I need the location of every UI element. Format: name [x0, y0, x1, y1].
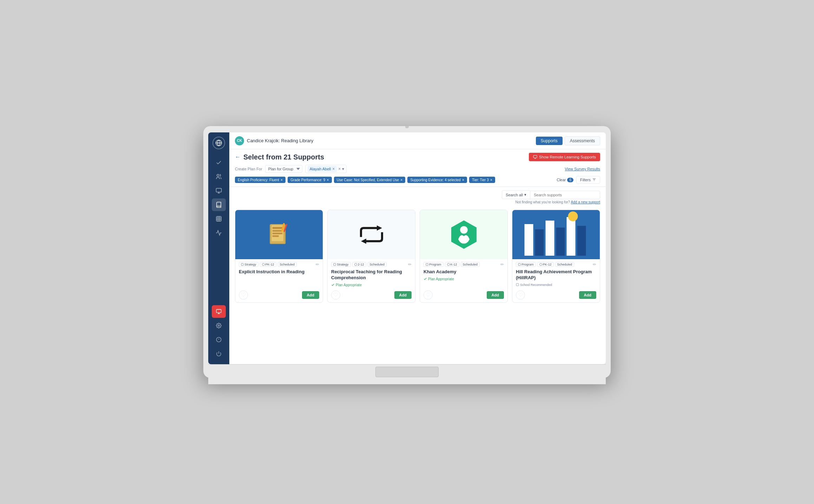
sidebar-item-building[interactable]: [212, 212, 226, 225]
card-1-favorite[interactable]: ♡: [239, 290, 248, 300]
sidebar-item-alert[interactable]: [212, 305, 226, 318]
create-plan-row: Create Plan For Plan for Group Alayah Ab…: [235, 165, 347, 173]
card-4-body: Program PK-12 Scheduled ✏: [512, 259, 600, 302]
card-2-tag-grade: 2-12: [352, 262, 366, 267]
card-2-tag-scheduled: Scheduled: [368, 262, 387, 267]
card-4-tag-scheduled: Scheduled: [555, 262, 575, 267]
tab-supports[interactable]: Supports: [536, 137, 563, 145]
card-3-image: [420, 210, 507, 259]
card-1-body: Strategy PK-12 Scheduled ✏: [235, 259, 323, 302]
filter-chip-english[interactable]: English Proficiency: Fluent ×: [235, 177, 285, 183]
card-3-tag-scheduled: Scheduled: [461, 262, 480, 267]
svg-point-24: [262, 263, 264, 266]
clear-filters-button[interactable]: Clear 6: [557, 178, 573, 182]
sidebar-item-circle[interactable]: [212, 333, 226, 346]
card-3-favorite[interactable]: ♡: [424, 290, 433, 300]
card-2-favorite[interactable]: ♡: [331, 290, 340, 300]
svg-point-5: [218, 325, 219, 326]
sidebar-bottom: [212, 305, 226, 364]
filter-chip-grade[interactable]: Grade Performance: 9 ×: [288, 177, 331, 183]
add-support-link[interactable]: Add a new support: [571, 200, 600, 204]
card-khan: Program K-12 Scheduled ✏: [420, 210, 508, 303]
remote-learning-button[interactable]: Show Remote Learning Supports: [529, 153, 600, 161]
card-1-tag-scheduled: Scheduled: [278, 262, 297, 267]
back-button[interactable]: ←: [235, 154, 241, 160]
svg-point-32: [447, 263, 449, 266]
svg-point-28: [354, 263, 357, 266]
sidebar-item-power[interactable]: [212, 347, 226, 360]
card-1-tag-strategy: Strategy: [239, 262, 258, 267]
svg-rect-23: [241, 263, 243, 266]
not-finding-text: Not finding what you're looking for? Add…: [515, 200, 600, 204]
filter-chip-evidence-remove[interactable]: ×: [462, 178, 464, 182]
card-1-add-button[interactable]: Add: [302, 291, 319, 299]
tab-assessments[interactable]: Assessments: [565, 136, 600, 145]
sidebar-item-book[interactable]: [212, 198, 226, 211]
card-4-title: Hill Reading Achievement Program (HillRA…: [516, 269, 596, 281]
svg-marker-26: [361, 238, 366, 244]
filters-button[interactable]: Filters: [576, 176, 600, 184]
filter-chip-tier-remove[interactable]: ×: [490, 178, 492, 182]
svg-rect-31: [426, 263, 428, 266]
card-3-title: Khan Academy: [424, 269, 504, 275]
filter-chip-english-remove[interactable]: ×: [281, 178, 283, 182]
tag-clear-icon[interactable]: ×: [338, 166, 341, 171]
card-4-add-button[interactable]: Add: [579, 291, 596, 299]
card-3-add-button[interactable]: Add: [487, 291, 504, 299]
sidebar-item-gear[interactable]: [212, 319, 226, 332]
sidebar-logo[interactable]: [212, 137, 225, 149]
card-1-tags: Strategy PK-12 Scheduled ✏: [239, 262, 319, 267]
header-left: CK Candice Krajcik: Reading Library: [235, 136, 313, 145]
svg-rect-43: [516, 283, 519, 286]
create-plan-label: Create Plan For: [235, 167, 262, 171]
filter-chip-evidence[interactable]: Supporting Evidence: 4 selected ×: [407, 177, 467, 183]
card-3-body: Program K-12 Scheduled ✏: [420, 259, 507, 302]
card-1-edit-icon[interactable]: ✏: [316, 262, 319, 267]
sidebar-item-check[interactable]: [212, 156, 226, 169]
sidebar-item-chart[interactable]: [212, 227, 226, 239]
svg-rect-19: [273, 233, 283, 234]
svg-point-30: [460, 226, 468, 234]
search-area: Search all ▾ Not finding what you're loo…: [229, 187, 606, 206]
sidebar-item-users[interactable]: [212, 170, 226, 183]
header-tabs: Supports Assessments: [536, 136, 600, 145]
svg-rect-35: [535, 229, 544, 256]
card-4-edit-icon[interactable]: ✏: [593, 262, 596, 267]
card-2-image: [328, 210, 415, 259]
svg-rect-2: [216, 188, 222, 192]
svg-point-40: [568, 211, 578, 221]
filter-chip-tier[interactable]: Tier: Tier 3 ×: [469, 177, 495, 183]
view-survey-link[interactable]: View Survey Results: [565, 167, 600, 171]
plan-group-select[interactable]: Plan for Group: [265, 165, 302, 173]
card-2-add-button[interactable]: Add: [394, 291, 412, 299]
student-tag-container: Alayah Abell × × ▾: [305, 165, 347, 173]
sidebar-item-group[interactable]: [212, 184, 226, 197]
card-2-footer: ♡ Add: [331, 288, 412, 300]
card-2-edit-icon[interactable]: ✏: [408, 262, 412, 267]
student-tag-remove[interactable]: ×: [332, 166, 335, 171]
cards-grid: Strategy PK-12 Scheduled ✏: [229, 206, 606, 364]
card-1-footer: ♡ Add: [239, 288, 319, 300]
card-1-title: Explicit Instruction in Reading: [239, 269, 319, 275]
card-4-footer: ♡ Add: [516, 288, 596, 300]
card-3-footer: ♡ Add: [424, 288, 504, 300]
repeat-arrows-icon: [356, 222, 387, 247]
filter-chip-grade-remove[interactable]: ×: [327, 178, 329, 182]
card-1-tag-grade: PK-12: [260, 262, 276, 267]
header-title: Candice Krajcik: Reading Library: [247, 138, 313, 143]
filter-chip-usecase-remove[interactable]: ×: [400, 178, 402, 182]
card-1-image: [235, 210, 323, 259]
search-input[interactable]: [530, 191, 600, 199]
card-4-tags: Program PK-12 Scheduled ✏: [516, 262, 596, 267]
svg-rect-39: [577, 226, 586, 256]
card-4-image: [512, 210, 600, 259]
card-4-favorite[interactable]: ♡: [516, 290, 525, 300]
card-3-edit-icon[interactable]: ✏: [500, 262, 504, 267]
filters-row: English Proficiency: Fluent × Grade Perf…: [235, 176, 600, 184]
tag-chevron-icon[interactable]: ▾: [342, 166, 344, 171]
filter-chip-usecase[interactable]: Use Case: Not Specified, Extended Use ×: [334, 177, 406, 183]
page-header-top: ← Select from 21 Supports Show Remote Le…: [235, 153, 600, 161]
card-3-tag-grade: K-12: [445, 262, 459, 267]
search-all-button[interactable]: Search all ▾: [502, 190, 530, 199]
svg-marker-29: [451, 221, 477, 249]
